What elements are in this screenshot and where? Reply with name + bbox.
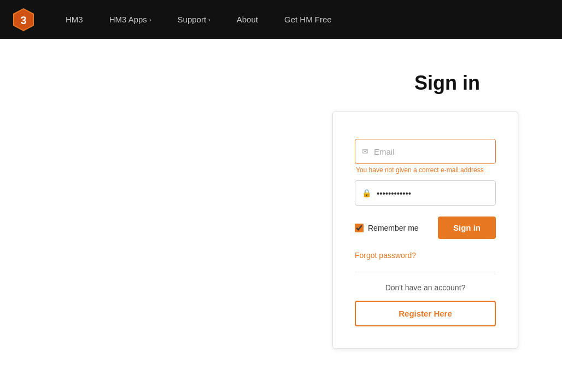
nav-hm3[interactable]: HM3 bbox=[52, 0, 96, 39]
nav-support[interactable]: Support › bbox=[165, 0, 224, 39]
actions-row: Remember me Sign in bbox=[355, 217, 496, 239]
forgot-password-link[interactable]: Forgot password? bbox=[355, 251, 496, 260]
email-input-group: ✉ You have not given a correct e-mail ad… bbox=[355, 139, 496, 174]
remember-me-label[interactable]: Remember me bbox=[355, 224, 419, 232]
logo[interactable]: 3 bbox=[11, 7, 36, 32]
nav-hm3-apps[interactable]: HM3 Apps › bbox=[96, 0, 165, 39]
nav-about[interactable]: About bbox=[224, 0, 271, 39]
password-field[interactable] bbox=[377, 189, 489, 198]
navbar: 3 HM3 HM3 Apps › Support › About Get HM … bbox=[0, 0, 562, 39]
logo-hex: 3 bbox=[11, 7, 36, 32]
remember-me-checkbox[interactable] bbox=[355, 224, 364, 232]
password-input-group: 🔒 bbox=[355, 180, 496, 206]
password-input-wrapper: 🔒 bbox=[355, 180, 496, 206]
main-content: Sign in ✉ You have not given a correct e… bbox=[0, 39, 562, 349]
email-field[interactable] bbox=[374, 147, 489, 156]
nav-links: HM3 HM3 Apps › Support › About Get HM Fr… bbox=[52, 0, 551, 39]
signin-form-card: ✉ You have not given a correct e-mail ad… bbox=[332, 111, 518, 349]
divider bbox=[355, 272, 496, 272]
nav-get-hm-free[interactable]: Get HM Free bbox=[271, 0, 345, 39]
page-title: Sign in bbox=[414, 72, 480, 95]
email-input-wrapper: ✉ bbox=[355, 139, 496, 164]
email-error: You have not given a correct e-mail addr… bbox=[356, 166, 496, 174]
svg-text:3: 3 bbox=[20, 14, 26, 26]
chevron-icon: › bbox=[149, 16, 151, 23]
chevron-icon: › bbox=[208, 16, 210, 23]
signin-button[interactable]: Sign in bbox=[438, 217, 496, 239]
register-button[interactable]: Register Here bbox=[355, 301, 496, 326]
lock-icon: 🔒 bbox=[362, 189, 371, 197]
email-icon: ✉ bbox=[362, 147, 368, 156]
no-account-text: Don't have an account? bbox=[355, 283, 496, 292]
